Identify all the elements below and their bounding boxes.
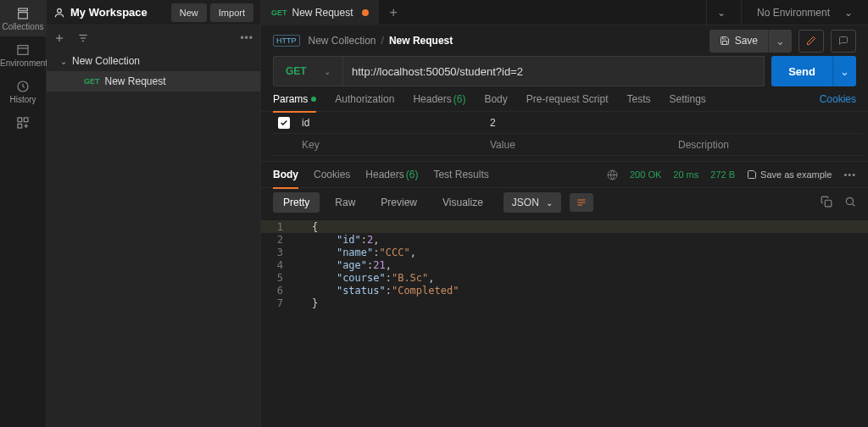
- tree-request-item[interactable]: GET New Request: [47, 71, 260, 92]
- body-view-controls: Pretty Raw Preview Visualize JSON⌄: [261, 188, 868, 217]
- svg-rect-5: [18, 118, 22, 122]
- save-example-button[interactable]: Save as example: [747, 169, 832, 180]
- rail-environments[interactable]: Environments: [0, 36, 46, 73]
- breadcrumb-row: HTTP New Collection / New Request Save ⌄: [261, 25, 868, 56]
- unsaved-indicator-icon: [362, 9, 369, 16]
- status-code: 200 OK: [630, 169, 661, 180]
- param-row[interactable]: id 2: [273, 112, 863, 134]
- svg-rect-6: [18, 124, 22, 128]
- tab-settings[interactable]: Settings: [670, 86, 706, 112]
- check-icon: [280, 119, 288, 127]
- url-row: GET ⌄ Send ⌄: [261, 56, 868, 86]
- chevron-down-icon: ⌄: [324, 67, 331, 76]
- param-value-placeholder[interactable]: Value: [487, 139, 675, 151]
- view-preview[interactable]: Preview: [370, 192, 427, 213]
- svg-rect-2: [18, 46, 28, 55]
- res-tab-headers[interactable]: Headers (6): [365, 161, 418, 188]
- edit-button[interactable]: [798, 30, 824, 53]
- environments-icon: [15, 43, 31, 57]
- new-button[interactable]: New: [171, 3, 207, 22]
- workspace-title[interactable]: My Workspace: [70, 6, 168, 19]
- sidebar-tools: •••: [47, 25, 260, 51]
- new-tab-button[interactable]: +: [380, 5, 408, 20]
- view-visualize[interactable]: Visualize: [432, 192, 493, 213]
- param-new-row[interactable]: Key Value Description: [273, 134, 863, 156]
- sidebar-more-icon[interactable]: •••: [240, 32, 253, 44]
- rail-collections[interactable]: Collections: [0, 0, 46, 36]
- save-button[interactable]: Save: [709, 30, 768, 53]
- environment-select[interactable]: No Environment ⌄: [741, 0, 868, 25]
- save-dropdown[interactable]: ⌄: [768, 30, 792, 53]
- tab-headers[interactable]: Headers (6): [413, 86, 465, 112]
- rail-history[interactable]: History: [0, 73, 46, 109]
- response-body-code[interactable]: 1{2 "id": 2,3 "name": "CCC",4 "age": 21,…: [261, 217, 868, 309]
- search-button[interactable]: [844, 196, 856, 210]
- dot-indicator-icon: [311, 97, 316, 102]
- svg-line-23: [853, 203, 855, 206]
- response-more-icon[interactable]: •••: [843, 169, 856, 180]
- res-tab-tests[interactable]: Test Results: [433, 161, 488, 188]
- request-tab[interactable]: GET New Request: [261, 0, 380, 25]
- user-icon: [53, 7, 65, 19]
- method-select[interactable]: GET ⌄: [273, 56, 342, 86]
- param-value[interactable]: 2: [487, 117, 675, 129]
- tree-collection[interactable]: ⌄ New Collection: [47, 51, 260, 71]
- wrap-toggle[interactable]: [570, 193, 593, 212]
- chevron-down-icon: ⌄: [546, 198, 553, 208]
- tab-tests[interactable]: Tests: [626, 86, 650, 112]
- view-raw[interactable]: Raw: [325, 192, 365, 213]
- param-key[interactable]: id: [298, 117, 487, 129]
- left-rail: Collections Environments History: [0, 0, 47, 427]
- send-dropdown[interactable]: ⌄: [832, 56, 856, 86]
- svg-point-10: [58, 8, 62, 13]
- collections-icon: [15, 7, 31, 20]
- workspace-header: My Workspace New Import: [47, 0, 260, 25]
- param-key-placeholder[interactable]: Key: [298, 139, 487, 151]
- collection-tree: ⌄ New Collection GET New Request: [47, 51, 260, 92]
- comment-button[interactable]: [831, 30, 856, 53]
- history-icon: [15, 80, 31, 93]
- param-checkbox[interactable]: [278, 117, 290, 129]
- cookies-link[interactable]: Cookies: [820, 93, 856, 105]
- chevron-down-icon: ⌄: [60, 57, 67, 66]
- filter-icon[interactable]: [77, 32, 89, 44]
- copy-button[interactable]: [821, 196, 832, 210]
- tab-prereq[interactable]: Pre-request Script: [526, 86, 609, 112]
- response-size: 272 B: [710, 169, 735, 180]
- pencil-icon: [806, 36, 816, 46]
- view-pretty[interactable]: Pretty: [273, 192, 320, 213]
- res-tab-cookies[interactable]: Cookies: [314, 161, 350, 188]
- create-icon[interactable]: [53, 32, 65, 44]
- tab-bar: GET New Request + ⌄ No Environment ⌄: [261, 0, 868, 25]
- copy-icon: [821, 196, 832, 208]
- method-badge: GET: [271, 8, 287, 17]
- svg-rect-7: [24, 118, 28, 122]
- wrap-icon: [576, 197, 587, 208]
- tab-dropdown[interactable]: ⌄: [706, 0, 741, 25]
- tab-params[interactable]: Params: [273, 86, 316, 112]
- chevron-down-icon: ⌄: [717, 7, 726, 19]
- http-badge: HTTP: [273, 35, 300, 47]
- breadcrumb-request[interactable]: New Request: [389, 35, 453, 47]
- comment-icon: [838, 36, 849, 46]
- tab-body[interactable]: Body: [484, 86, 507, 112]
- res-tab-body[interactable]: Body: [273, 161, 298, 188]
- svg-point-22: [846, 197, 853, 204]
- tab-authorization[interactable]: Authorization: [335, 86, 394, 112]
- sidebar: My Workspace New Import ••• ⌄ New Collec…: [47, 0, 261, 427]
- svg-rect-1: [19, 13, 28, 19]
- import-button[interactable]: Import: [210, 3, 253, 22]
- response-time: 20 ms: [673, 169, 698, 180]
- rail-more[interactable]: [0, 109, 46, 136]
- params-table: id 2 Key Value Description: [261, 112, 868, 156]
- breadcrumb-collection[interactable]: New Collection: [309, 35, 376, 47]
- svg-rect-0: [19, 8, 28, 11]
- format-select[interactable]: JSON⌄: [504, 192, 561, 213]
- param-desc-placeholder[interactable]: Description: [675, 139, 863, 151]
- send-button[interactable]: Send: [771, 56, 832, 86]
- svg-rect-21: [825, 200, 832, 207]
- url-input[interactable]: [342, 56, 765, 86]
- method-badge: GET: [84, 77, 100, 86]
- chevron-down-icon: ⌄: [844, 7, 853, 19]
- save-icon: [747, 169, 757, 180]
